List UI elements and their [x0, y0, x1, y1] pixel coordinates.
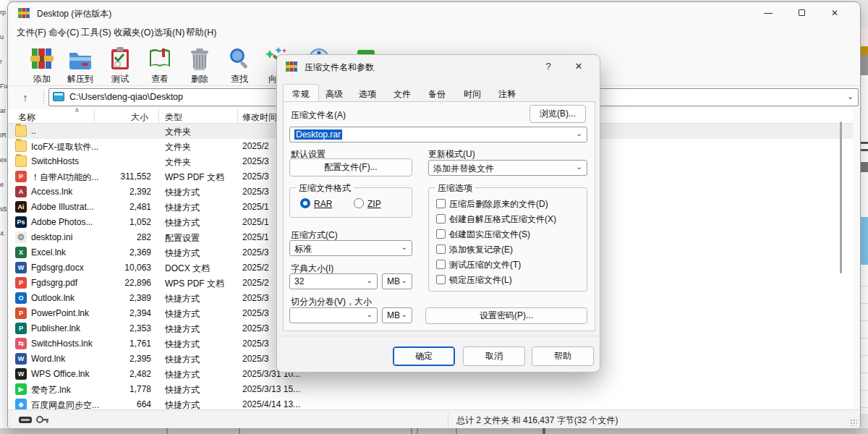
dialog-tab-高级[interactable]: 高级	[316, 84, 352, 102]
ok-button[interactable]: 确定	[393, 346, 455, 366]
chevron-down-icon[interactable]: ⌄	[401, 243, 407, 251]
toolbar-button-查找[interactable]: 查找	[219, 46, 260, 85]
column-header-modified[interactable]: 修改时间	[242, 111, 277, 124]
dialog-tab-备份[interactable]: 备份	[419, 84, 455, 102]
sort-ascending-icon: ∧	[75, 106, 80, 114]
options-group-label: 压缩选项	[435, 182, 475, 195]
format-group-label: 压缩文件格式	[296, 182, 354, 195]
column-header-name[interactable]: 名称	[18, 111, 35, 124]
format-groupbox: 压缩文件格式 RAR ZIP	[289, 187, 412, 218]
word-file-icon: W	[15, 353, 27, 365]
address-dropdown-chevron[interactable]: ⌄	[847, 92, 854, 101]
checkbox-icon[interactable]	[436, 260, 446, 269]
vertical-scrollbar[interactable]	[840, 122, 842, 273]
maximize-button[interactable]	[785, 2, 818, 24]
checkbox-option-0[interactable]: 压缩后删除原来的文件(D)	[436, 198, 548, 210]
ppt-file-icon: P	[15, 307, 27, 319]
toolbar-button-查看[interactable]: 查看	[140, 46, 180, 85]
minimize-button[interactable]: —	[752, 2, 785, 24]
checkbox-option-5[interactable]: 锁定压缩文件(L)	[436, 274, 512, 286]
checkbox-option-1[interactable]: 创建自解压格式压缩文件(X)	[436, 213, 556, 226]
file-row-百度网盘同步空...[interactable]: ◆百度网盘同步空...664快捷方式2025/4/14 13...	[8, 397, 853, 410]
dialog-title-bar[interactable]: 压缩文件名和参数 ? ✕	[277, 55, 600, 78]
pub-file-icon: P	[15, 323, 27, 334]
winrar-logo-icon	[286, 61, 298, 72]
iqiyi-file-icon: ▶	[15, 383, 27, 395]
method-value: 标准	[294, 243, 312, 255]
dict-size-value: 32	[294, 276, 304, 286]
dialog-tabs: 常规高级选项文件备份时间注释	[283, 84, 595, 102]
dict-unit-combobox[interactable]: MB ⌄	[382, 273, 412, 289]
checkbox-icon[interactable]	[436, 244, 446, 254]
folder-file-icon	[15, 125, 27, 137]
method-combobox[interactable]: 标准 ⌄	[289, 240, 412, 256]
resize-grip[interactable]	[850, 419, 857, 426]
menu-item-5[interactable]: 帮助(H)	[183, 25, 219, 41]
ai-file-icon: Ai	[15, 201, 27, 213]
up-folder-button[interactable]: ↑	[17, 89, 34, 106]
toolbar-button-解压到[interactable]: 解压到	[60, 46, 101, 85]
dict-size-combobox[interactable]: 32 ⌄	[289, 273, 378, 289]
dialog-tab-注释[interactable]: 注释	[489, 84, 525, 102]
chevron-down-icon[interactable]: ⌄	[367, 310, 373, 318]
word-file-icon: W	[15, 262, 27, 273]
set-password-button[interactable]: 设置密码(P)...	[425, 307, 587, 324]
chevron-down-icon[interactable]: ⌄	[401, 276, 407, 284]
archive-name-combobox[interactable]: Desktop.rar ⌄	[289, 127, 587, 142]
volume-unit-combobox[interactable]: MB ⌄	[382, 307, 412, 323]
dialog-close-button[interactable]: ✕	[569, 61, 588, 72]
gear-file-icon: ⚙	[15, 231, 27, 243]
wps-file-icon: W	[15, 368, 27, 380]
column-header-size[interactable]: 大小	[131, 111, 148, 124]
menu-item-3[interactable]: 收藏夹(O)	[111, 25, 157, 41]
checkbox-option-2[interactable]: 创建固实压缩文件(S)	[436, 229, 530, 241]
checkbox-icon[interactable]	[436, 199, 446, 208]
dialog-tab-文件[interactable]: 文件	[384, 84, 420, 102]
menu-item-0[interactable]: 文件(F)	[14, 25, 49, 41]
volume-combobox[interactable]: ⌄	[289, 307, 378, 323]
checkbox-option-3[interactable]: 添加恢复记录(E)	[436, 244, 513, 256]
checkbox-option-4[interactable]: 测试压缩的文件(T)	[436, 259, 521, 271]
folder-file-icon	[15, 156, 27, 167]
folder-file-icon	[15, 140, 27, 152]
sh-file-icon: ⇆	[15, 338, 27, 349]
file-row-爱奇艺.lnk[interactable]: ▶爱奇艺.lnk1,778快捷方式2025/3/13 15...	[8, 382, 853, 397]
update-mode-combobox[interactable]: 添加并替换文件 ⌄	[428, 160, 587, 176]
wpspdf-file-icon: P	[15, 171, 27, 182]
dialog-help-button[interactable]: ?	[539, 61, 558, 72]
checkbox-icon[interactable]	[436, 275, 446, 284]
archive-name-label: 压缩文件名(A)	[291, 109, 346, 122]
column-header-type[interactable]: 类型	[165, 111, 182, 124]
dict-unit-value: MB	[387, 276, 400, 286]
radio-zip[interactable]	[354, 198, 364, 208]
excel-file-icon: X	[15, 247, 27, 258]
toolbar-button-删除[interactable]: 删除	[179, 46, 220, 85]
profiles-button[interactable]: 配置文件(F)...	[289, 158, 412, 176]
browse-button[interactable]: 浏览(B)...	[529, 105, 586, 123]
chevron-down-icon[interactable]: ⌄	[401, 310, 407, 318]
checkbox-icon[interactable]	[436, 214, 446, 224]
close-button[interactable]: ✕	[818, 2, 851, 24]
toolbar-grip[interactable]	[43, 90, 45, 105]
volume-label: 切分为分卷(V)，大小	[291, 296, 372, 308]
view-file-icon	[147, 46, 173, 72]
menu-item-4[interactable]: 选项(N)	[151, 25, 187, 41]
toolbar-button-添加[interactable]: 添加	[22, 46, 62, 85]
dialog-tab-时间[interactable]: 时间	[454, 84, 490, 102]
dialog-tab-选项[interactable]: 选项	[349, 84, 386, 102]
cancel-button[interactable]: 取消	[463, 346, 525, 366]
menu-item-1[interactable]: 命令(C)	[46, 25, 82, 41]
chevron-down-icon[interactable]: ⌄	[576, 163, 582, 171]
radio-rar[interactable]	[300, 198, 310, 208]
chevron-down-icon[interactable]: ⌄	[367, 276, 373, 284]
update-mode-label: 更新模式(U)	[428, 148, 475, 161]
title-bar[interactable]: Desktop (评估版本) — ✕	[8, 2, 860, 24]
help-button[interactable]: 帮助	[532, 346, 594, 366]
toolbar-button-测试[interactable]: 测试	[100, 46, 140, 85]
dialog-tab-常规[interactable]: 常规	[283, 84, 319, 102]
menu-item-2[interactable]: 工具(S)	[78, 25, 114, 41]
extract-to-icon	[67, 46, 93, 72]
chevron-down-icon[interactable]: ⌄	[576, 129, 582, 137]
checkbox-icon[interactable]	[436, 229, 446, 239]
archive-dialog: 压缩文件名和参数 ? ✕ 常规高级选项文件备份时间注释 压缩文件名(A) 浏览(…	[276, 54, 600, 373]
